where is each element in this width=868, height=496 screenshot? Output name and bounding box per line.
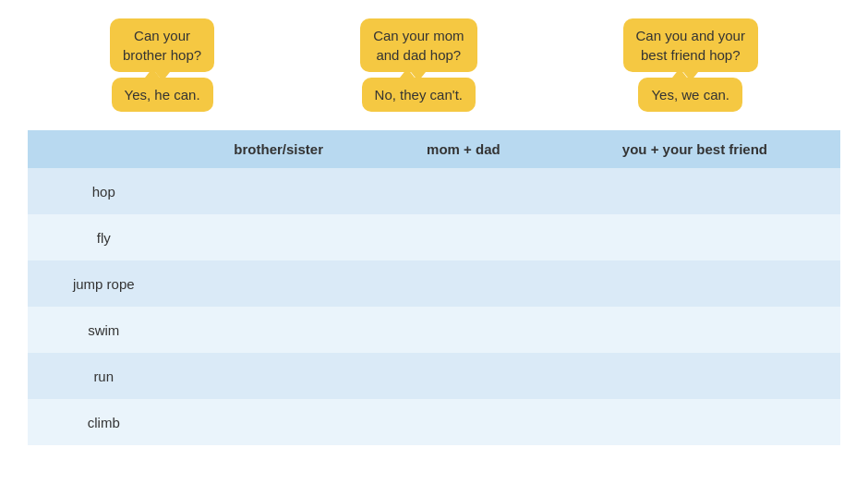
- table-row: climb: [28, 399, 840, 445]
- answer-bubble-1: Yes, he can.: [112, 78, 213, 112]
- activity-table: brother/sister mom + dad you + your best…: [28, 130, 840, 445]
- speech-column-3: Can you and yourbest friend hop? Yes, we…: [623, 18, 758, 112]
- table-body: hop fly jump rope swim: [28, 168, 840, 445]
- table-row: hop: [28, 168, 840, 214]
- col-header-best-friend: you + your best friend: [549, 130, 840, 168]
- speech-column-2: Can your momand dad hop? No, they can't.: [360, 18, 476, 112]
- cell-hop-mom[interactable]: [378, 168, 549, 214]
- cell-jumprope-brother[interactable]: [179, 260, 377, 307]
- cell-swim-brother[interactable]: [179, 307, 377, 353]
- cell-swim-friend[interactable]: [549, 307, 840, 353]
- cell-jumprope-friend[interactable]: [549, 260, 840, 307]
- cell-fly-mom[interactable]: [378, 214, 549, 260]
- cell-hop-brother[interactable]: [179, 168, 377, 214]
- table-row: fly: [28, 214, 840, 260]
- cell-run-brother[interactable]: [179, 353, 377, 399]
- question-bubble-2: Can your momand dad hop?: [360, 18, 476, 72]
- cell-hop-friend[interactable]: [549, 168, 840, 214]
- cell-jumprope-mom[interactable]: [378, 260, 549, 307]
- cell-climb-mom[interactable]: [378, 399, 549, 445]
- speech-area: Can yourbrother hop? Yes, he can. Can yo…: [28, 18, 840, 112]
- col-header-brother-sister: brother/sister: [179, 130, 377, 168]
- cell-climb-brother[interactable]: [179, 399, 377, 445]
- activity-label: fly: [28, 214, 179, 260]
- activity-table-wrapper: brother/sister mom + dad you + your best…: [28, 130, 840, 445]
- col-header-mom-dad: mom + dad: [378, 130, 549, 168]
- activity-label: jump rope: [28, 260, 179, 307]
- cell-fly-friend[interactable]: [549, 214, 840, 260]
- table-row: swim: [28, 307, 840, 353]
- activity-label: hop: [28, 168, 179, 214]
- answer-bubble-3: Yes, we can.: [638, 78, 742, 112]
- cell-fly-brother[interactable]: [179, 214, 377, 260]
- table-row: jump rope: [28, 260, 840, 307]
- question-bubble-1: Can yourbrother hop?: [110, 18, 214, 72]
- activity-label: climb: [28, 399, 179, 445]
- cell-run-mom[interactable]: [378, 353, 549, 399]
- question-bubble-3: Can you and yourbest friend hop?: [623, 18, 758, 72]
- table-header-row: brother/sister mom + dad you + your best…: [28, 130, 840, 168]
- activity-label: run: [28, 353, 179, 399]
- cell-run-friend[interactable]: [549, 353, 840, 399]
- answer-bubble-2: No, they can't.: [362, 78, 476, 112]
- cell-climb-friend[interactable]: [549, 399, 840, 445]
- col-header-empty: [28, 130, 179, 168]
- activity-label: swim: [28, 307, 179, 353]
- cell-swim-mom[interactable]: [378, 307, 549, 353]
- table-row: run: [28, 353, 840, 399]
- speech-column-1: Can yourbrother hop? Yes, he can.: [110, 18, 214, 112]
